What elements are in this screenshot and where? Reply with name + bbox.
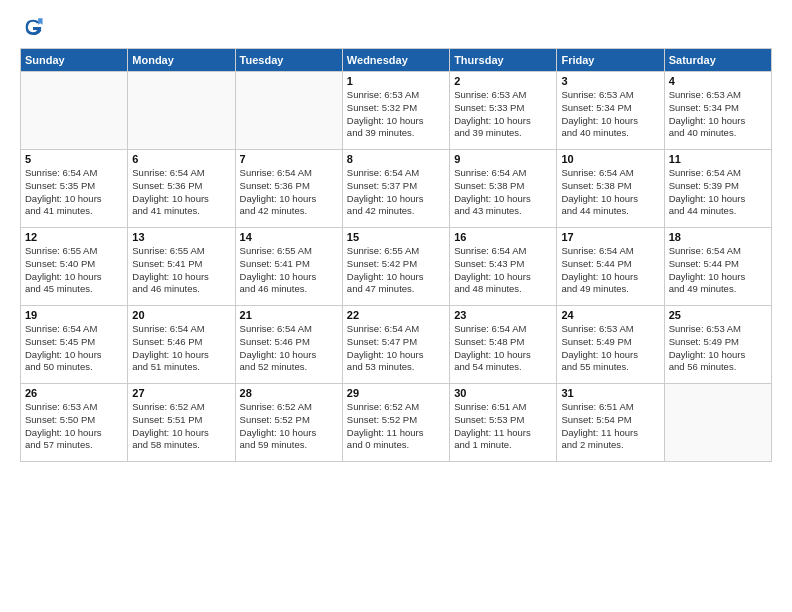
calendar-cell: 29Sunrise: 6:52 AM Sunset: 5:52 PM Dayli… (342, 384, 449, 462)
day-number: 12 (25, 231, 123, 243)
calendar-cell: 7Sunrise: 6:54 AM Sunset: 5:36 PM Daylig… (235, 150, 342, 228)
day-number: 20 (132, 309, 230, 321)
calendar-week-row: 12Sunrise: 6:55 AM Sunset: 5:40 PM Dayli… (21, 228, 772, 306)
day-info: Sunrise: 6:52 AM Sunset: 5:52 PM Dayligh… (240, 401, 338, 452)
day-info: Sunrise: 6:52 AM Sunset: 5:51 PM Dayligh… (132, 401, 230, 452)
day-info: Sunrise: 6:53 AM Sunset: 5:33 PM Dayligh… (454, 89, 552, 140)
day-info: Sunrise: 6:53 AM Sunset: 5:49 PM Dayligh… (669, 323, 767, 374)
day-info: Sunrise: 6:54 AM Sunset: 5:37 PM Dayligh… (347, 167, 445, 218)
calendar-cell: 20Sunrise: 6:54 AM Sunset: 5:46 PM Dayli… (128, 306, 235, 384)
calendar-cell: 15Sunrise: 6:55 AM Sunset: 5:42 PM Dayli… (342, 228, 449, 306)
day-number: 30 (454, 387, 552, 399)
day-number: 22 (347, 309, 445, 321)
weekday-header-wednesday: Wednesday (342, 49, 449, 72)
calendar-cell: 28Sunrise: 6:52 AM Sunset: 5:52 PM Dayli… (235, 384, 342, 462)
weekday-header-tuesday: Tuesday (235, 49, 342, 72)
calendar-cell: 6Sunrise: 6:54 AM Sunset: 5:36 PM Daylig… (128, 150, 235, 228)
day-info: Sunrise: 6:51 AM Sunset: 5:53 PM Dayligh… (454, 401, 552, 452)
calendar-cell: 5Sunrise: 6:54 AM Sunset: 5:35 PM Daylig… (21, 150, 128, 228)
day-number: 8 (347, 153, 445, 165)
calendar-cell (235, 72, 342, 150)
calendar-cell (21, 72, 128, 150)
day-info: Sunrise: 6:53 AM Sunset: 5:49 PM Dayligh… (561, 323, 659, 374)
day-number: 17 (561, 231, 659, 243)
day-info: Sunrise: 6:54 AM Sunset: 5:46 PM Dayligh… (132, 323, 230, 374)
calendar-cell: 19Sunrise: 6:54 AM Sunset: 5:45 PM Dayli… (21, 306, 128, 384)
calendar-cell: 12Sunrise: 6:55 AM Sunset: 5:40 PM Dayli… (21, 228, 128, 306)
day-number: 9 (454, 153, 552, 165)
day-info: Sunrise: 6:55 AM Sunset: 5:40 PM Dayligh… (25, 245, 123, 296)
calendar-cell: 9Sunrise: 6:54 AM Sunset: 5:38 PM Daylig… (450, 150, 557, 228)
day-number: 4 (669, 75, 767, 87)
day-info: Sunrise: 6:53 AM Sunset: 5:34 PM Dayligh… (669, 89, 767, 140)
calendar-cell: 10Sunrise: 6:54 AM Sunset: 5:38 PM Dayli… (557, 150, 664, 228)
calendar-cell: 13Sunrise: 6:55 AM Sunset: 5:41 PM Dayli… (128, 228, 235, 306)
day-info: Sunrise: 6:54 AM Sunset: 5:43 PM Dayligh… (454, 245, 552, 296)
weekday-header-saturday: Saturday (664, 49, 771, 72)
day-info: Sunrise: 6:54 AM Sunset: 5:35 PM Dayligh… (25, 167, 123, 218)
day-info: Sunrise: 6:54 AM Sunset: 5:39 PM Dayligh… (669, 167, 767, 218)
calendar-cell: 3Sunrise: 6:53 AM Sunset: 5:34 PM Daylig… (557, 72, 664, 150)
calendar-cell (128, 72, 235, 150)
calendar-cell: 11Sunrise: 6:54 AM Sunset: 5:39 PM Dayli… (664, 150, 771, 228)
day-number: 7 (240, 153, 338, 165)
day-number: 1 (347, 75, 445, 87)
day-number: 3 (561, 75, 659, 87)
day-number: 23 (454, 309, 552, 321)
calendar-cell: 24Sunrise: 6:53 AM Sunset: 5:49 PM Dayli… (557, 306, 664, 384)
calendar-week-row: 1Sunrise: 6:53 AM Sunset: 5:32 PM Daylig… (21, 72, 772, 150)
day-info: Sunrise: 6:55 AM Sunset: 5:41 PM Dayligh… (132, 245, 230, 296)
day-number: 18 (669, 231, 767, 243)
calendar-cell: 27Sunrise: 6:52 AM Sunset: 5:51 PM Dayli… (128, 384, 235, 462)
calendar-cell: 25Sunrise: 6:53 AM Sunset: 5:49 PM Dayli… (664, 306, 771, 384)
calendar-cell: 22Sunrise: 6:54 AM Sunset: 5:47 PM Dayli… (342, 306, 449, 384)
day-info: Sunrise: 6:54 AM Sunset: 5:47 PM Dayligh… (347, 323, 445, 374)
calendar-cell: 16Sunrise: 6:54 AM Sunset: 5:43 PM Dayli… (450, 228, 557, 306)
day-number: 27 (132, 387, 230, 399)
day-number: 16 (454, 231, 552, 243)
day-number: 26 (25, 387, 123, 399)
day-number: 28 (240, 387, 338, 399)
day-info: Sunrise: 6:53 AM Sunset: 5:32 PM Dayligh… (347, 89, 445, 140)
day-info: Sunrise: 6:51 AM Sunset: 5:54 PM Dayligh… (561, 401, 659, 452)
page: SundayMondayTuesdayWednesdayThursdayFrid… (0, 0, 792, 612)
day-number: 19 (25, 309, 123, 321)
logo (20, 16, 44, 38)
calendar-cell: 8Sunrise: 6:54 AM Sunset: 5:37 PM Daylig… (342, 150, 449, 228)
day-info: Sunrise: 6:55 AM Sunset: 5:41 PM Dayligh… (240, 245, 338, 296)
header (20, 16, 772, 38)
day-number: 11 (669, 153, 767, 165)
day-info: Sunrise: 6:54 AM Sunset: 5:38 PM Dayligh… (454, 167, 552, 218)
day-number: 29 (347, 387, 445, 399)
calendar-week-row: 5Sunrise: 6:54 AM Sunset: 5:35 PM Daylig… (21, 150, 772, 228)
day-info: Sunrise: 6:54 AM Sunset: 5:36 PM Dayligh… (240, 167, 338, 218)
day-info: Sunrise: 6:54 AM Sunset: 5:44 PM Dayligh… (561, 245, 659, 296)
calendar-cell: 2Sunrise: 6:53 AM Sunset: 5:33 PM Daylig… (450, 72, 557, 150)
day-info: Sunrise: 6:53 AM Sunset: 5:34 PM Dayligh… (561, 89, 659, 140)
calendar-cell: 17Sunrise: 6:54 AM Sunset: 5:44 PM Dayli… (557, 228, 664, 306)
day-number: 13 (132, 231, 230, 243)
day-number: 10 (561, 153, 659, 165)
calendar-cell: 14Sunrise: 6:55 AM Sunset: 5:41 PM Dayli… (235, 228, 342, 306)
day-number: 15 (347, 231, 445, 243)
calendar-week-row: 26Sunrise: 6:53 AM Sunset: 5:50 PM Dayli… (21, 384, 772, 462)
calendar-cell: 1Sunrise: 6:53 AM Sunset: 5:32 PM Daylig… (342, 72, 449, 150)
calendar-cell: 18Sunrise: 6:54 AM Sunset: 5:44 PM Dayli… (664, 228, 771, 306)
logo-icon (22, 16, 44, 38)
day-info: Sunrise: 6:54 AM Sunset: 5:46 PM Dayligh… (240, 323, 338, 374)
day-info: Sunrise: 6:55 AM Sunset: 5:42 PM Dayligh… (347, 245, 445, 296)
day-number: 2 (454, 75, 552, 87)
day-info: Sunrise: 6:54 AM Sunset: 5:36 PM Dayligh… (132, 167, 230, 218)
calendar-cell: 4Sunrise: 6:53 AM Sunset: 5:34 PM Daylig… (664, 72, 771, 150)
day-number: 6 (132, 153, 230, 165)
calendar-cell: 23Sunrise: 6:54 AM Sunset: 5:48 PM Dayli… (450, 306, 557, 384)
weekday-header-thursday: Thursday (450, 49, 557, 72)
day-info: Sunrise: 6:54 AM Sunset: 5:45 PM Dayligh… (25, 323, 123, 374)
calendar-cell: 30Sunrise: 6:51 AM Sunset: 5:53 PM Dayli… (450, 384, 557, 462)
day-info: Sunrise: 6:53 AM Sunset: 5:50 PM Dayligh… (25, 401, 123, 452)
day-info: Sunrise: 6:54 AM Sunset: 5:48 PM Dayligh… (454, 323, 552, 374)
calendar-cell: 26Sunrise: 6:53 AM Sunset: 5:50 PM Dayli… (21, 384, 128, 462)
day-info: Sunrise: 6:54 AM Sunset: 5:44 PM Dayligh… (669, 245, 767, 296)
weekday-header-sunday: Sunday (21, 49, 128, 72)
weekday-header-monday: Monday (128, 49, 235, 72)
